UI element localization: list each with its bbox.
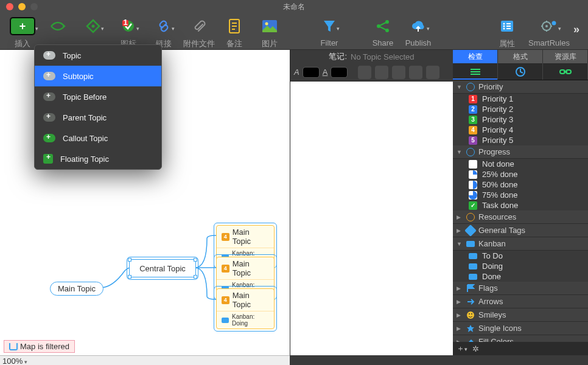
toolbar-relationship[interactable] xyxy=(40,16,75,38)
menu-parent-topic[interactable]: Parent Topic xyxy=(35,107,161,128)
relationship-icon xyxy=(49,20,66,32)
paperclip-icon xyxy=(192,19,206,33)
marker-kanban-done[interactable]: Done xyxy=(453,271,588,282)
menu-floating[interactable]: Floating Topic xyxy=(35,148,161,169)
toolbar-properties[interactable]: 属性 xyxy=(489,16,525,49)
inspector-tab-library[interactable]: 资源库 xyxy=(543,50,588,63)
add-marker-button[interactable]: ＋▾ xyxy=(457,343,467,354)
node-right-2[interactable]: 4Main Topic Kanban: Doing xyxy=(216,288,275,329)
marker-priority-1[interactable]: 1Priority 1 xyxy=(453,94,588,104)
svg-point-18 xyxy=(503,28,505,30)
chevron-down-icon[interactable]: ▾ xyxy=(101,26,104,32)
flag-icon xyxy=(466,284,475,293)
svg-point-23 xyxy=(545,25,548,27)
window-minimize-button[interactable] xyxy=(18,3,26,10)
toolbar-notes[interactable]: 备注 xyxy=(217,16,252,49)
window-title: 未命名 xyxy=(283,2,305,12)
priority-4-icon: 4 xyxy=(222,265,229,273)
zoom-status[interactable]: 100% xyxy=(0,355,290,365)
section-flags[interactable]: ▶Flags xyxy=(453,282,588,295)
kanban-icon xyxy=(222,318,229,323)
inspector-subtab-links[interactable] xyxy=(543,63,588,80)
toolbar-image[interactable]: 图片 xyxy=(252,16,287,49)
align-button[interactable] xyxy=(358,66,371,79)
chevron-down-icon[interactable]: ▾ xyxy=(136,26,139,32)
svg-point-0 xyxy=(92,25,95,28)
share-icon xyxy=(376,19,390,33)
toolbar-boundary[interactable]: ▾ xyxy=(75,16,111,38)
smartrules-icon xyxy=(541,19,558,33)
chevron-down-icon[interactable]: ▾ xyxy=(427,26,430,32)
section-arrows[interactable]: ▶Arrows xyxy=(453,295,588,308)
window-close-button[interactable] xyxy=(6,3,13,10)
menu-subtopic[interactable]: Subtopic xyxy=(35,66,161,86)
section-progress[interactable]: ▼Progress xyxy=(453,145,588,159)
toolbar-insert[interactable]: ▾ 插入 xyxy=(5,16,40,49)
list-button[interactable] xyxy=(409,66,422,79)
section-smileys[interactable]: ▶Smileys xyxy=(453,308,588,322)
inspector-tab-inspect[interactable]: 检查 xyxy=(453,50,498,63)
svg-line-13 xyxy=(380,23,386,26)
arrow-icon xyxy=(466,297,475,306)
marker-75[interactable]: 75% done xyxy=(453,190,588,200)
menu-topic[interactable]: Topic xyxy=(35,45,161,66)
insert-menu: Topic Subtopic Topic Before Parent Topic… xyxy=(34,44,162,170)
notes-body[interactable] xyxy=(290,82,453,355)
marker-50[interactable]: 50% done xyxy=(453,179,588,190)
progress-section-icon xyxy=(466,148,475,156)
topic-icon xyxy=(43,51,55,60)
section-resources[interactable]: ▶Resources xyxy=(453,210,588,224)
filter-icon xyxy=(323,19,336,33)
toolbar-overflow[interactable]: » xyxy=(573,16,583,36)
inspector-subtab-progress[interactable] xyxy=(498,63,543,80)
toolbar-attach[interactable]: 附件文件 xyxy=(181,16,217,49)
progress-icon xyxy=(515,66,526,77)
marker-priority-4[interactable]: 4Priority 4 xyxy=(453,125,588,135)
svg-line-14 xyxy=(380,27,386,30)
marker-priority-5[interactable]: 5Priority 5 xyxy=(453,135,588,145)
kanban-section-icon xyxy=(466,241,475,247)
outdent-button[interactable] xyxy=(392,66,405,79)
table-button[interactable] xyxy=(426,66,439,79)
priority-4-icon: 4 xyxy=(222,233,229,241)
indent-button[interactable] xyxy=(375,66,388,79)
svg-point-32 xyxy=(467,311,474,319)
node-left-main[interactable]: Main Topic xyxy=(50,282,103,296)
window-zoom-button[interactable] xyxy=(30,3,38,10)
marker-priority-3[interactable]: 3Priority 3 xyxy=(453,114,588,125)
chevron-down-icon[interactable]: ▾ xyxy=(172,26,175,32)
menu-callout[interactable]: Callout Topic xyxy=(35,128,161,148)
notes-label: 笔记: xyxy=(329,51,347,62)
section-kanban[interactable]: ▼Kanban xyxy=(453,237,588,251)
marker-priority-2[interactable]: 2Priority 2 xyxy=(453,104,588,114)
gear-icon[interactable]: ✲ xyxy=(472,344,479,353)
toolbar-smartrules[interactable]: ▾ SmartRules xyxy=(525,16,573,47)
filter-badge[interactable]: Map is filtered xyxy=(4,340,75,353)
marker-done[interactable]: ✓Task done xyxy=(453,200,588,210)
section-single-icons[interactable]: ▶Single Icons xyxy=(453,322,588,335)
toolbar-share[interactable]: Share xyxy=(365,16,401,47)
svg-point-9 xyxy=(265,23,268,26)
chevron-down-icon[interactable]: ▾ xyxy=(337,26,340,32)
chevron-down-icon[interactable]: ▾ xyxy=(558,26,561,32)
section-fill-colors[interactable]: ▶Fill Colors xyxy=(453,335,588,342)
menu-topic-before[interactable]: Topic Before xyxy=(35,86,161,107)
font-color-icon[interactable]: A xyxy=(294,68,299,77)
section-priority[interactable]: ▼Priority xyxy=(453,80,588,94)
toolbar-filter[interactable]: ▾ Filter xyxy=(312,16,347,47)
highlight-icon[interactable]: A xyxy=(323,68,328,77)
link-small-icon xyxy=(559,68,572,76)
marker-not-done[interactable]: Not done xyxy=(453,159,588,169)
inspector-subtab-markers[interactable] xyxy=(453,63,498,80)
subtopic-icon xyxy=(43,72,55,80)
chevron-down-icon[interactable]: ▾ xyxy=(35,26,38,32)
insert-icon xyxy=(10,18,35,35)
toolbar-publish[interactable]: ▾ Publish xyxy=(401,16,436,47)
fill-icon xyxy=(466,338,475,342)
marker-kanban-doing[interactable]: Doing xyxy=(453,261,588,271)
inspector-tab-format[interactable]: 格式 xyxy=(498,50,543,63)
node-central[interactable]: Central Topic xyxy=(129,259,196,277)
section-tags[interactable]: ▶General Tags xyxy=(453,224,588,237)
marker-kanban-todo[interactable]: To Do xyxy=(453,251,588,261)
marker-25[interactable]: 25% done xyxy=(453,169,588,179)
